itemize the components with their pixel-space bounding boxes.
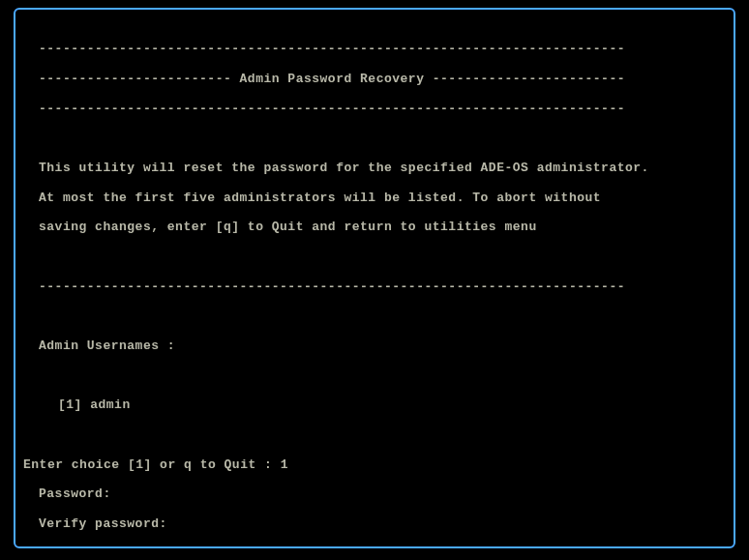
username-entry: [1] admin	[23, 398, 726, 412]
blank-line	[23, 131, 726, 145]
choice-prompt-line: Enter choice [1] or q to Quit : 1	[23, 457, 726, 472]
blank-line	[23, 309, 726, 323]
choice-input-value[interactable]: 1	[281, 457, 288, 472]
divider-middle: ----------------------------------------…	[23, 280, 726, 294]
verify-password-prompt[interactable]: Verify password:	[23, 516, 726, 531]
terminal-content[interactable]: ----------------------------------------…	[23, 27, 726, 560]
blank-line	[23, 545, 726, 560]
password-prompt[interactable]: Password:	[23, 486, 726, 501]
blank-line	[23, 427, 726, 442]
header-divider-top: ----------------------------------------…	[23, 42, 726, 56]
header-divider-bottom: ----------------------------------------…	[23, 102, 726, 116]
description-line-3: saving changes, enter [q] to Quit and re…	[23, 220, 726, 234]
header-title-line: ------------------------ Admin Password …	[23, 72, 726, 86]
admin-usernames-label: Admin Usernames :	[23, 339, 726, 353]
blank-line	[23, 250, 726, 264]
blank-line	[23, 368, 726, 383]
choice-prompt-label: Enter choice [1] or q to Quit :	[23, 457, 281, 472]
console-frame: ----------------------------------------…	[14, 8, 735, 548]
username-index: [1]	[58, 398, 82, 412]
description-line-2: At most the first five administrators wi…	[23, 191, 726, 205]
description-line-1: This utility will reset the password for…	[23, 161, 726, 175]
username-value: admin	[90, 398, 131, 412]
